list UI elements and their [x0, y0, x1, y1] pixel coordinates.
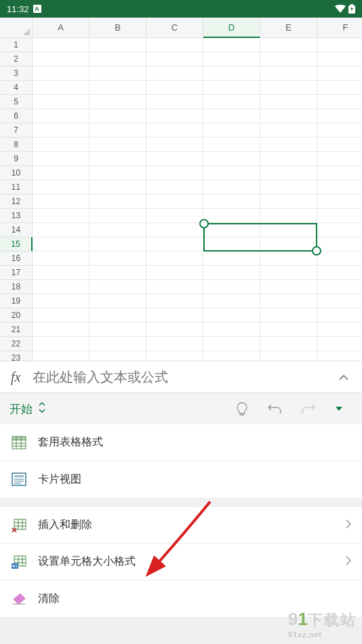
cell[interactable] — [260, 180, 317, 195]
redo-icon[interactable] — [291, 397, 325, 420]
cell[interactable] — [317, 38, 362, 52]
cell[interactable] — [260, 81, 317, 95]
cell[interactable] — [33, 223, 89, 237]
menu-clear[interactable]: 清除 — [0, 580, 362, 617]
cell[interactable] — [89, 280, 146, 294]
cell[interactable] — [146, 351, 203, 361]
row-header-12[interactable]: 12 — [0, 195, 33, 209]
cell[interactable] — [317, 66, 362, 81]
cell[interactable] — [317, 351, 362, 361]
cell[interactable] — [146, 180, 203, 195]
cell[interactable] — [317, 294, 362, 308]
cell[interactable] — [146, 280, 203, 294]
row-header-2[interactable]: 2 — [0, 52, 33, 66]
cell[interactable] — [260, 109, 317, 123]
cell[interactable] — [33, 66, 89, 81]
cell[interactable] — [33, 152, 89, 166]
cell[interactable] — [260, 294, 317, 308]
cell[interactable] — [33, 351, 89, 361]
cell[interactable] — [203, 81, 260, 95]
cell[interactable] — [146, 166, 203, 180]
cell[interactable] — [89, 195, 146, 209]
cell[interactable] — [260, 209, 317, 223]
cell[interactable] — [146, 294, 203, 308]
cell[interactable] — [89, 337, 146, 351]
formula-input[interactable] — [33, 369, 336, 385]
cell[interactable] — [203, 195, 260, 209]
cell[interactable] — [203, 66, 260, 81]
cell[interactable] — [203, 308, 260, 323]
more-icon[interactable] — [325, 401, 353, 417]
row-header-18[interactable]: 18 — [0, 280, 33, 294]
cell[interactable] — [260, 237, 317, 251]
cell[interactable] — [317, 123, 362, 138]
cell[interactable] — [146, 38, 203, 52]
col-header-d[interactable]: D — [203, 18, 260, 38]
cell[interactable] — [89, 266, 146, 280]
cell[interactable] — [317, 95, 362, 109]
cell[interactable] — [203, 209, 260, 223]
row-header-13[interactable]: 13 — [0, 209, 33, 223]
cell[interactable] — [203, 223, 260, 237]
menu-card-view[interactable]: 卡片视图 — [0, 461, 362, 498]
col-header-a[interactable]: A — [33, 18, 89, 38]
cell[interactable] — [33, 81, 89, 95]
cell[interactable] — [89, 294, 146, 308]
cell[interactable] — [89, 166, 146, 180]
row-header-23[interactable]: 23 — [0, 351, 33, 361]
cell[interactable] — [260, 223, 317, 237]
cell[interactable] — [33, 323, 89, 337]
tab-chevron-icon[interactable] — [38, 402, 46, 416]
cell[interactable] — [203, 123, 260, 138]
cell[interactable] — [317, 109, 362, 123]
cell[interactable] — [317, 52, 362, 66]
cell[interactable] — [260, 195, 317, 209]
col-header-b[interactable]: B — [89, 18, 146, 38]
cell[interactable] — [33, 123, 89, 138]
menu-cell-size-format[interactable]: 设置单元格大小格式 — [0, 544, 362, 580]
row-header-7[interactable]: 7 — [0, 123, 33, 138]
cell[interactable] — [317, 81, 362, 95]
cell[interactable] — [260, 66, 317, 81]
cell[interactable] — [260, 95, 317, 109]
cell[interactable] — [89, 138, 146, 152]
cell[interactable] — [33, 308, 89, 323]
row-header-5[interactable]: 5 — [0, 95, 33, 109]
expand-formula-icon[interactable] — [336, 368, 351, 386]
cell[interactable] — [317, 337, 362, 351]
cell[interactable] — [260, 337, 317, 351]
select-all-corner[interactable] — [0, 18, 33, 38]
cell[interactable] — [203, 38, 260, 52]
col-header-f[interactable]: F — [317, 18, 362, 38]
cell[interactable] — [203, 237, 260, 251]
cell[interactable] — [89, 180, 146, 195]
cell[interactable] — [203, 323, 260, 337]
cell[interactable] — [146, 123, 203, 138]
cell[interactable] — [33, 195, 89, 209]
spreadsheet-grid[interactable]: A B C D E F 1234567891011121314151617181… — [0, 18, 362, 361]
cell[interactable] — [33, 138, 89, 152]
row-header-14[interactable]: 14 — [0, 223, 33, 237]
menu-apply-table-format[interactable]: 套用表格格式 — [0, 424, 362, 461]
cell[interactable] — [33, 209, 89, 223]
cell[interactable] — [33, 251, 89, 266]
cell[interactable] — [260, 323, 317, 337]
cell[interactable] — [203, 109, 260, 123]
cell[interactable] — [260, 251, 317, 266]
lightbulb-icon[interactable] — [226, 397, 258, 421]
undo-icon[interactable] — [258, 397, 291, 420]
row-header-17[interactable]: 17 — [0, 266, 33, 280]
cell[interactable] — [203, 180, 260, 195]
cell[interactable] — [89, 52, 146, 66]
cell[interactable] — [33, 52, 89, 66]
cell[interactable] — [33, 337, 89, 351]
cell[interactable] — [317, 223, 362, 237]
row-header-22[interactable]: 22 — [0, 337, 33, 351]
cell[interactable] — [33, 237, 89, 251]
cell[interactable] — [89, 95, 146, 109]
tab-home[interactable]: 开始 — [9, 401, 33, 417]
cell[interactable] — [146, 138, 203, 152]
cell[interactable] — [317, 209, 362, 223]
row-header-9[interactable]: 9 — [0, 152, 33, 166]
cell[interactable] — [33, 266, 89, 280]
